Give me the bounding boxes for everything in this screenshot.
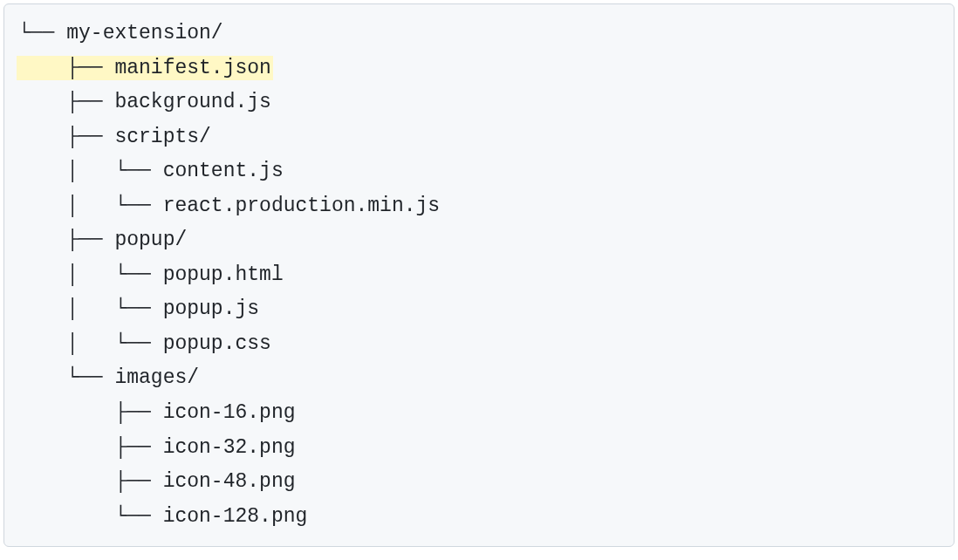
tree-line: ├── background.js <box>18 85 940 120</box>
tree-line: │ └── popup.js <box>18 292 940 327</box>
tree-prefix: └── <box>114 263 150 286</box>
tree-prefix: └── <box>114 160 150 182</box>
tree-filename: popup.css <box>163 332 271 355</box>
tree-filename: popup.html <box>163 263 284 286</box>
tree-prefix: ├── <box>114 436 150 459</box>
tree-filename: manifest.json <box>114 57 270 79</box>
tree-line: │ └── popup.html <box>18 258 940 293</box>
tree-prefix: ├── <box>114 401 150 424</box>
tree-filename: popup.js <box>163 297 259 320</box>
tree-filename: icon-48.png <box>163 470 296 493</box>
tree-indent <box>18 401 114 424</box>
tree-indent: │ <box>18 263 114 286</box>
tree-line: ├── scripts/ <box>18 120 940 155</box>
tree-prefix: ├── <box>66 229 102 251</box>
tree-filename: icon-128.png <box>163 505 308 528</box>
tree-line: └── icon-128.png <box>18 500 940 535</box>
tree-prefix: └── <box>18 22 54 44</box>
tree-line: │ └── react.production.min.js <box>18 189 940 224</box>
tree-indent <box>18 505 114 528</box>
tree-indent <box>18 470 114 493</box>
tree-indent: │ <box>18 297 114 320</box>
tree-filename: icon-32.png <box>163 436 296 459</box>
tree-filename: content.js <box>163 160 284 182</box>
tree-indent <box>18 57 66 79</box>
tree-indent: │ <box>18 195 114 217</box>
tree-line: ├── icon-32.png <box>18 431 940 466</box>
tree-line: │ └── popup.css <box>18 327 940 362</box>
tree-filename: background.js <box>114 91 270 113</box>
file-tree-code-block: └── my-extension/ ├── manifest.json ├── … <box>3 3 955 547</box>
tree-filename: react.production.min.js <box>163 195 440 217</box>
tree-filename: popup/ <box>114 229 187 251</box>
tree-filename: images/ <box>114 366 199 389</box>
tree-prefix: └── <box>114 195 150 217</box>
tree-prefix: └── <box>66 366 102 389</box>
tree-prefix: ├── <box>66 126 102 148</box>
tree-filename: my-extension/ <box>66 22 222 44</box>
tree-line: │ └── content.js <box>18 154 940 189</box>
tree-line: ├── icon-16.png <box>18 396 940 431</box>
tree-indent <box>18 436 114 459</box>
tree-indent <box>18 366 66 389</box>
tree-indent <box>18 91 66 113</box>
highlighted-line: ├── manifest.json <box>17 56 273 80</box>
tree-prefix: ├── <box>66 91 102 113</box>
tree-line: ├── popup/ <box>18 223 940 258</box>
tree-filename: scripts/ <box>114 126 210 148</box>
tree-prefix: ├── <box>66 57 102 79</box>
tree-indent: │ <box>18 160 114 182</box>
tree-prefix: └── <box>114 297 150 320</box>
tree-line: ├── manifest.json <box>18 51 940 86</box>
tree-line: └── my-extension/ <box>18 17 940 51</box>
tree-indent <box>18 126 66 148</box>
tree-prefix: ├── <box>114 470 150 493</box>
tree-prefix: └── <box>114 505 150 528</box>
tree-indent: │ <box>18 332 114 355</box>
tree-line: └── images/ <box>18 361 940 396</box>
tree-line: ├── icon-48.png <box>18 465 940 500</box>
tree-filename: icon-16.png <box>163 401 296 424</box>
tree-indent <box>18 229 66 251</box>
tree-prefix: └── <box>114 332 150 355</box>
